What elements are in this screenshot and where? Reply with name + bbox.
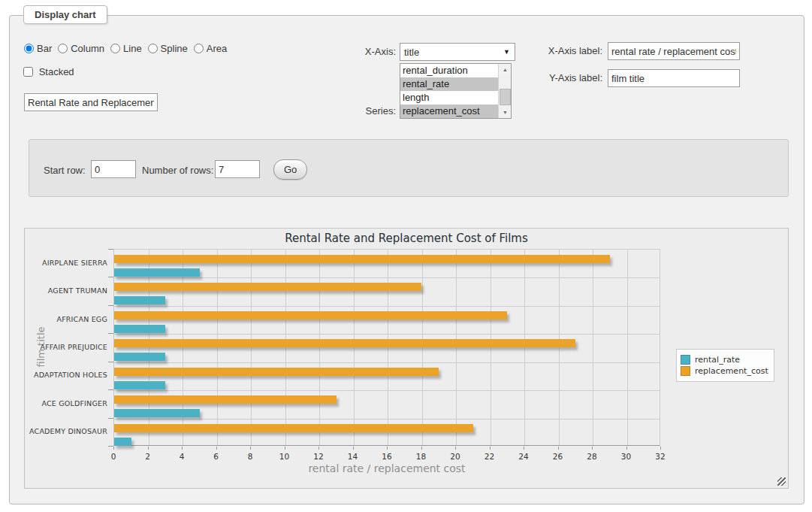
bar-rental_rate-academy-dinosaur xyxy=(114,438,131,446)
legend-entry-rental_rate: rental_rate xyxy=(681,355,768,365)
bar-rental_rate-adaptation-holes xyxy=(114,381,165,389)
chart-type-radio-bar[interactable] xyxy=(24,44,34,53)
go-button[interactable]: Go xyxy=(273,159,307,180)
y-tick-mark xyxy=(108,418,113,419)
stacked-checkbox[interactable] xyxy=(23,67,33,77)
x-tick-label: 2 xyxy=(137,452,159,461)
category-label: AFFAIR PREJUDICE xyxy=(25,343,107,351)
legend-swatch-replacement_cost xyxy=(681,366,690,376)
chart-container: Rental Rate and Replacement Cost of Film… xyxy=(24,228,789,489)
stacked-label: Stacked xyxy=(39,66,74,77)
series-list-options: rental_durationrental_ratelengthreplacem… xyxy=(400,64,498,118)
bar-rental_rate-affair-prejudice xyxy=(114,353,165,361)
x-tick-label: 20 xyxy=(444,452,466,461)
chart-title-input[interactable] xyxy=(24,93,158,111)
x-tick-label: 24 xyxy=(512,452,535,461)
category-label: AFRICAN EGG xyxy=(25,315,107,323)
chart-type-radio-column[interactable] xyxy=(58,44,68,53)
resize-grip-icon[interactable] xyxy=(777,477,786,486)
chart-type-label: Bar xyxy=(37,43,52,54)
x-tick-mark xyxy=(250,447,251,450)
x-tick-label: 8 xyxy=(239,452,261,461)
bar-replacement_cost-ace-goldfinger xyxy=(114,395,337,404)
category-label: AIRPLANE SIERRA xyxy=(25,259,107,267)
panel-title: Display chart xyxy=(23,5,107,24)
series-option-rental_duration[interactable]: rental_duration xyxy=(400,64,498,77)
chart-x-axis-label: rental rate / replacement cost xyxy=(113,462,660,474)
x-axis-selected-value: title xyxy=(404,47,419,58)
chart-type-group: BarColumnLineSplineArea xyxy=(24,43,233,54)
bar-rental_rate-african-egg xyxy=(114,325,165,333)
chart-type-column[interactable]: Column xyxy=(58,43,104,54)
x-tick-mark xyxy=(285,447,285,450)
chart-type-area[interactable]: Area xyxy=(194,43,227,54)
chart-title: Rental Rate and Replacement Cost of Film… xyxy=(25,232,788,245)
y-axis-label-input[interactable] xyxy=(608,69,740,87)
stacked-checkbox-row[interactable]: Stacked xyxy=(23,66,74,77)
x-axis-select[interactable]: title ▼ xyxy=(400,43,515,61)
chart-type-line[interactable]: Line xyxy=(110,43,142,54)
rows-panel: Start row: Number of rows: Go xyxy=(29,139,789,197)
x-tick-label: 28 xyxy=(581,452,603,461)
start-row-label: Start row: xyxy=(44,165,86,176)
x-tick-mark xyxy=(455,447,456,450)
number-of-rows-input[interactable] xyxy=(215,160,260,178)
x-tick-label: 22 xyxy=(478,452,501,461)
series-option-replacement_cost[interactable]: replacement_cost xyxy=(400,105,498,118)
bar-rental_rate-airplane-sierra xyxy=(114,268,200,277)
legend-label: replacement_cost xyxy=(695,366,768,376)
x-tick-mark xyxy=(626,447,627,450)
y-tick-mark xyxy=(108,305,113,306)
y-tick-mark xyxy=(108,277,113,277)
number-of-rows-label: Number of rows: xyxy=(142,165,213,176)
bar-replacement_cost-affair-prejudice xyxy=(114,339,575,347)
x-tick-label: 12 xyxy=(307,452,330,461)
chart-legend: rental_ratereplacement_cost xyxy=(676,349,774,382)
series-option-length[interactable]: length xyxy=(400,91,498,105)
bar-replacement_cost-african-egg xyxy=(114,311,507,320)
series-option-rental_rate[interactable]: rental_rate xyxy=(400,77,498,91)
page: { "panel": { "legend": "Display chart", … xyxy=(0,0,812,512)
x-axis-select-label: X-Axis: xyxy=(333,46,396,57)
scroll-up-icon[interactable]: ▲ xyxy=(499,64,512,75)
bar-replacement_cost-airplane-sierra xyxy=(114,255,610,263)
x-tick-mark xyxy=(216,447,217,450)
series-scrollbar[interactable]: ▲ ▼ xyxy=(498,64,511,118)
bar-replacement_cost-adaptation-holes xyxy=(114,368,439,376)
x-tick-mark xyxy=(353,447,354,450)
chart-type-label: Area xyxy=(207,43,227,54)
chart-type-radio-spline[interactable] xyxy=(148,44,158,53)
y-tick-mark xyxy=(108,446,113,447)
x-tick-mark xyxy=(113,447,114,450)
x-tick-label: 26 xyxy=(547,452,569,461)
x-tick-mark xyxy=(318,447,319,450)
chart-type-bar[interactable]: Bar xyxy=(24,43,52,54)
scrollbar-thumb[interactable] xyxy=(500,89,511,105)
y-tick-mark xyxy=(108,333,113,334)
scroll-down-icon[interactable]: ▼ xyxy=(499,107,512,118)
chart-type-label: Spline xyxy=(161,43,188,54)
chart-type-spline[interactable]: Spline xyxy=(148,43,188,54)
start-row-input[interactable] xyxy=(91,160,136,178)
y-tick-mark xyxy=(108,389,113,390)
y-tick-mark xyxy=(108,362,113,362)
legend-label: rental_rate xyxy=(695,355,740,365)
x-tick-label: 10 xyxy=(273,452,296,461)
chart-type-radio-line[interactable] xyxy=(110,44,120,53)
gridline-horizontal xyxy=(114,362,660,363)
series-list[interactable]: rental_durationrental_ratelengthreplacem… xyxy=(400,63,512,119)
x-tick-label: 4 xyxy=(171,452,193,461)
x-tick-label: 18 xyxy=(410,452,433,461)
x-tick-label: 30 xyxy=(615,452,638,461)
dropdown-arrow-icon: ▼ xyxy=(503,48,510,56)
category-label: AGENT TRUMAN xyxy=(25,286,107,295)
chart-type-radio-area[interactable] xyxy=(194,44,204,53)
category-label: ADAPTATION HOLES xyxy=(25,371,107,379)
x-tick-mark xyxy=(558,447,559,450)
x-tick-mark xyxy=(148,447,149,450)
y-tick-mark xyxy=(108,249,113,250)
x-axis-label-input[interactable] xyxy=(608,42,740,60)
gridline-vertical xyxy=(627,250,628,445)
x-tick-label: 0 xyxy=(102,452,125,461)
chart-type-label: Line xyxy=(123,43,142,54)
